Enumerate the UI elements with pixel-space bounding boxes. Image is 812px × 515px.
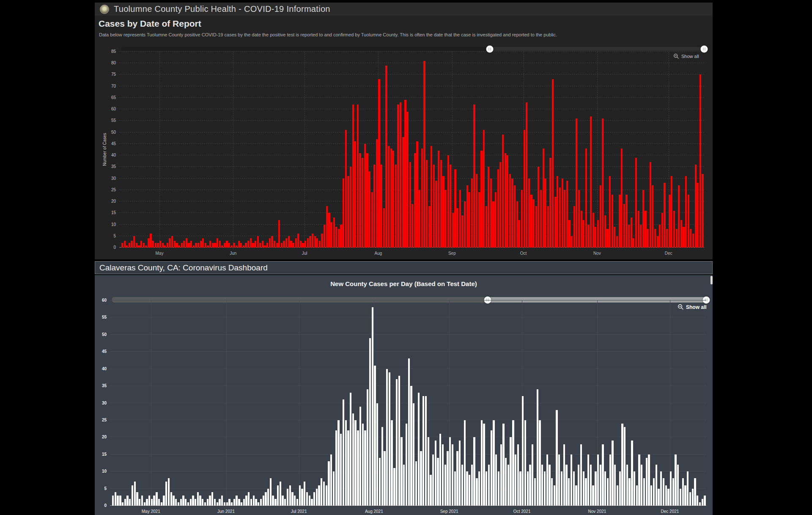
bar[interactable] xyxy=(554,197,556,248)
bar[interactable] xyxy=(476,174,477,248)
bar[interactable] xyxy=(217,238,218,248)
bar[interactable] xyxy=(528,179,530,248)
bar[interactable] xyxy=(255,499,257,506)
bar[interactable] xyxy=(186,238,187,248)
bar[interactable] xyxy=(546,454,548,506)
bar[interactable] xyxy=(331,222,332,248)
bar[interactable] xyxy=(420,451,422,506)
bar[interactable] xyxy=(616,236,618,248)
bar[interactable] xyxy=(378,79,380,248)
bar[interactable] xyxy=(621,424,623,506)
bar[interactable] xyxy=(277,485,279,506)
bar[interactable] xyxy=(692,489,694,506)
bar[interactable] xyxy=(676,229,678,248)
bar[interactable] xyxy=(571,236,573,248)
bar[interactable] xyxy=(247,241,249,248)
bar[interactable] xyxy=(376,403,378,506)
bar[interactable] xyxy=(211,492,213,506)
bar[interactable] xyxy=(511,179,513,248)
bar[interactable] xyxy=(529,465,531,506)
bar[interactable] xyxy=(289,485,291,506)
bar[interactable] xyxy=(466,185,468,248)
bar[interactable] xyxy=(138,245,140,248)
bar[interactable] xyxy=(209,496,211,506)
bar[interactable] xyxy=(133,236,135,248)
bar[interactable] xyxy=(150,234,151,248)
bar[interactable] xyxy=(404,100,406,248)
bar[interactable] xyxy=(636,485,638,506)
bar[interactable] xyxy=(266,243,268,248)
bar[interactable] xyxy=(557,176,558,248)
bar[interactable] xyxy=(450,165,451,248)
bar[interactable] xyxy=(663,478,664,506)
bar[interactable] xyxy=(549,158,551,248)
bar[interactable] xyxy=(117,496,118,506)
bar[interactable] xyxy=(544,471,546,506)
bar[interactable] xyxy=(236,496,237,506)
bar[interactable] xyxy=(357,105,359,248)
bar[interactable] xyxy=(512,420,514,506)
bar[interactable] xyxy=(122,502,123,506)
bar[interactable] xyxy=(497,169,499,248)
bar[interactable] xyxy=(685,176,687,248)
bar[interactable] xyxy=(267,489,269,506)
bar[interactable] xyxy=(129,499,131,506)
bar[interactable] xyxy=(604,471,606,506)
bar[interactable] xyxy=(517,444,519,506)
bar[interactable] xyxy=(406,424,407,506)
bar[interactable] xyxy=(395,165,397,248)
bar[interactable] xyxy=(452,213,454,248)
bar[interactable] xyxy=(495,454,497,506)
bar[interactable] xyxy=(532,444,533,506)
bar[interactable] xyxy=(340,225,342,248)
bar[interactable] xyxy=(397,105,399,248)
bar[interactable] xyxy=(384,451,385,506)
bar[interactable] xyxy=(316,238,318,248)
bar[interactable] xyxy=(187,502,189,506)
bar[interactable] xyxy=(190,499,192,506)
bar[interactable] xyxy=(240,243,242,248)
bar[interactable] xyxy=(559,187,561,248)
bar[interactable] xyxy=(393,468,395,506)
bar[interactable] xyxy=(132,485,133,506)
bar[interactable] xyxy=(328,213,330,248)
bar[interactable] xyxy=(452,444,453,506)
bar[interactable] xyxy=(682,478,684,506)
bar[interactable] xyxy=(578,190,580,248)
bar[interactable] xyxy=(573,206,575,248)
bar[interactable] xyxy=(180,499,182,506)
bar[interactable] xyxy=(126,496,128,506)
bar[interactable] xyxy=(646,458,647,506)
bar[interactable] xyxy=(508,465,509,506)
bar[interactable] xyxy=(300,241,302,248)
bar[interactable] xyxy=(407,112,409,248)
bar[interactable] xyxy=(311,499,313,506)
bar[interactable] xyxy=(214,499,216,506)
bar[interactable] xyxy=(563,444,565,506)
bar[interactable] xyxy=(647,229,649,248)
bar[interactable] xyxy=(700,74,701,248)
bar[interactable] xyxy=(343,399,344,506)
bar[interactable] xyxy=(575,485,577,506)
bar[interactable] xyxy=(476,478,477,506)
bar[interactable] xyxy=(471,465,473,506)
bar[interactable] xyxy=(148,238,149,248)
bar[interactable] xyxy=(576,118,577,248)
bar[interactable] xyxy=(258,502,259,506)
bar[interactable] xyxy=(302,243,304,248)
bar[interactable] xyxy=(245,496,247,506)
bar[interactable] xyxy=(449,437,451,506)
bar[interactable] xyxy=(628,225,630,248)
bar[interactable] xyxy=(228,243,230,248)
bar[interactable] xyxy=(656,465,657,506)
bar[interactable] xyxy=(602,444,604,506)
bar[interactable] xyxy=(121,243,123,248)
bar[interactable] xyxy=(347,430,349,506)
bar[interactable] xyxy=(440,160,442,248)
bar[interactable] xyxy=(469,475,470,506)
bar[interactable] xyxy=(174,241,176,248)
bar[interactable] xyxy=(659,225,661,248)
bar[interactable] xyxy=(654,229,656,248)
bar[interactable] xyxy=(328,461,329,506)
bar[interactable] xyxy=(481,420,483,506)
